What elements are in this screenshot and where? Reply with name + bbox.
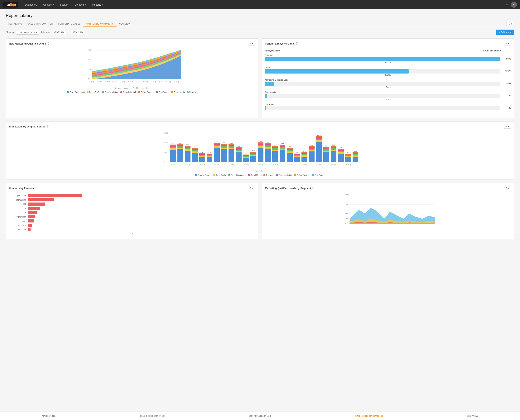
svg-text:8. Aug: 8. Aug	[186, 164, 190, 165]
info-icon-lifecycle[interactable]: ⓘ	[296, 42, 298, 45]
info-icon-persona[interactable]: ⓘ	[35, 187, 37, 190]
svg-rect-90	[243, 156, 249, 157]
svg-rect-100	[258, 148, 264, 162]
svg-rect-31	[170, 146, 176, 147]
legend-organic-search: Organic Search	[121, 91, 136, 93]
card-header-blog: Blog Leads by Original Source ⓘ ⚙ ▾	[9, 125, 511, 129]
svg-text:750: 750	[346, 203, 348, 205]
svg-rect-95	[250, 155, 256, 156]
nav-social[interactable]: Social ▾	[57, 2, 71, 8]
info-icon-segment[interactable]: ⓘ	[312, 187, 314, 190]
blog-legend-referrals: Referrals	[264, 174, 274, 176]
svg-rect-182	[353, 152, 358, 153]
legend-other-campaigns: Other Campaigns	[67, 91, 84, 93]
add-report-button[interactable]: + Add report	[496, 30, 514, 35]
nav-content[interactable]: Content ▾	[41, 2, 57, 8]
date-range-select[interactable]: custom date range ▾	[16, 30, 39, 35]
svg-text:20. Aug: 20. Aug	[143, 81, 148, 82]
hamburger-icon[interactable]: ≡	[505, 3, 508, 7]
svg-rect-142	[309, 151, 315, 162]
card-mql-segment: Marketing Qualified Leads by Segment ⓘ ⚙…	[262, 183, 514, 239]
card-gear-segment[interactable]: ⚙ ▾	[504, 186, 511, 190]
svg-text:10. Aug: 10. Aug	[200, 164, 205, 165]
tab-sales[interactable]: Sales This Quarter	[25, 21, 55, 27]
svg-rect-104	[258, 142, 264, 143]
svg-rect-148	[316, 142, 322, 162]
filter-bar: Showing custom date range ▾ data from 08…	[6, 30, 514, 35]
logo-box[interactable]: HubS⬤t	[3, 2, 18, 8]
svg-text:12. Aug: 12. Aug	[214, 164, 219, 165]
tab-ceo[interactable]: CEO View	[117, 21, 133, 27]
svg-rect-119	[279, 149, 285, 150]
svg-rect-128	[287, 148, 293, 149]
nav-dashboard[interactable]: Dashboard	[22, 2, 40, 8]
svg-rect-138	[301, 154, 307, 155]
svg-text:0k: 0k	[88, 78, 90, 80]
tab-marketing[interactable]: Marketing	[6, 21, 25, 27]
svg-text:1000: 1000	[346, 194, 349, 195]
svg-text:701: 701	[266, 141, 269, 143]
blog-chart-area: 1500 1000 500 0	[9, 131, 511, 172]
svg-rect-54	[199, 155, 205, 156]
card-title-segment: Marketing Qualified Leads by Segment ⓘ	[265, 187, 314, 190]
svg-rect-156	[323, 149, 329, 151]
svg-rect-118	[279, 150, 285, 162]
svg-rect-92	[243, 155, 249, 155]
info-icon-blog[interactable]: ⓘ	[46, 125, 49, 128]
svg-text:24. Aug: 24. Aug	[302, 164, 307, 165]
tab-marketing-campaigns[interactable]: Marketing Campaigns	[83, 21, 117, 27]
svg-rect-68	[214, 143, 220, 144]
date-from-input[interactable]: 08/05/2014	[52, 30, 66, 34]
svg-rect-61	[207, 154, 212, 155]
svg-rect-88	[243, 158, 249, 162]
svg-text:500: 500	[164, 151, 167, 153]
svg-rect-76	[228, 149, 234, 162]
svg-rect-131	[294, 156, 300, 157]
nav-reports[interactable]: Reports ▾	[90, 2, 106, 8]
svg-rect-32	[170, 144, 176, 146]
card-gear-persona[interactable]: ⚙ ▾	[248, 186, 255, 190]
svg-rect-67	[214, 144, 220, 145]
svg-rect-130	[294, 157, 300, 162]
card-gear-lifecycle[interactable]: ⚙ ▾	[504, 42, 511, 46]
svg-text:500: 500	[346, 213, 348, 215]
date-to-input[interactable]: 08/31/2014	[71, 30, 85, 34]
tab-corporate[interactable]: Corporate Sales	[55, 21, 83, 27]
svg-text:638: 638	[172, 143, 174, 144]
svg-rect-60	[207, 155, 212, 156]
legend-direct-traffic: Direct Traffic	[87, 91, 100, 93]
svg-rect-34	[177, 149, 183, 162]
svg-rect-66	[214, 145, 220, 146]
lifecycle-col-right: Count of Contacts	[483, 50, 501, 52]
avatar[interactable]: ●	[511, 1, 517, 8]
svg-rect-132	[294, 155, 300, 156]
blog-chart-subtitle: Create Date	[9, 170, 511, 172]
nav-contacts[interactable]: Contacts ▾	[72, 2, 89, 8]
blog-legend: Organic Search Direct Traffic Other Camp…	[9, 174, 511, 176]
blog-chart: 1500 1000 500 0	[9, 131, 511, 169]
tab-settings-button[interactable]: ⚙ ▾	[506, 22, 514, 26]
svg-rect-169	[338, 150, 344, 151]
blog-legend-organic: Organic Search	[195, 174, 211, 176]
svg-rect-157	[323, 148, 329, 149]
svg-text:2.5k: 2.5k	[88, 68, 91, 70]
svg-rect-116	[272, 146, 278, 147]
svg-text:14. Aug: 14. Aug	[120, 81, 125, 82]
svg-rect-86	[236, 147, 241, 148]
svg-rect-46	[192, 153, 198, 162]
mql-chart-area: 7.5k 5k 2.5k 0k	[9, 48, 255, 89]
info-icon-mql[interactable]: ⓘ	[47, 42, 49, 45]
svg-rect-174	[345, 156, 351, 157]
svg-rect-120	[279, 147, 285, 149]
svg-rect-43	[185, 147, 190, 148]
logo: HubS⬤t	[3, 2, 18, 8]
card-gear-mql[interactable]: ⚙ ▾	[248, 42, 255, 46]
svg-text:0: 0	[346, 223, 347, 225]
svg-rect-52	[199, 157, 205, 162]
svg-rect-155	[323, 151, 329, 152]
card-header-mql: New Marketing Qualified Leads ⓘ ⚙ ▾	[9, 42, 255, 46]
card-gear-blog[interactable]: ⚙ ▾	[504, 125, 511, 129]
svg-rect-35	[177, 148, 183, 149]
blog-legend-social: Social Media	[248, 174, 262, 176]
svg-rect-127	[287, 149, 293, 150]
